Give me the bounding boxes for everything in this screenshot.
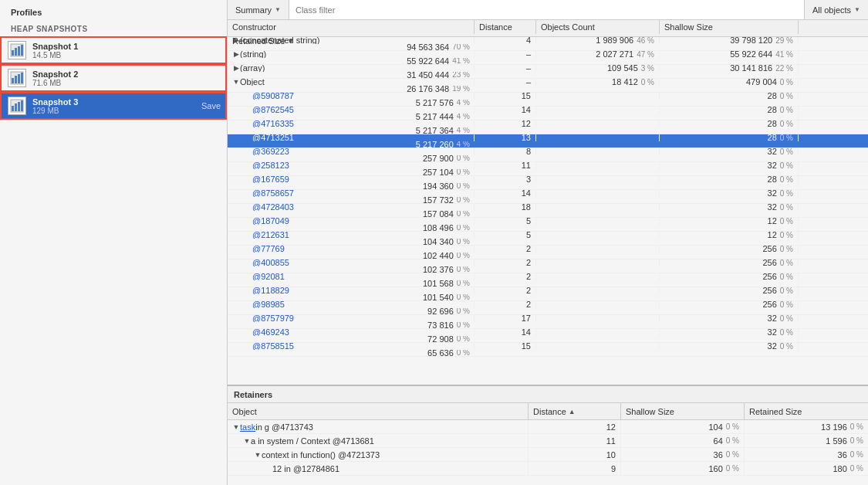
cell-objects-count <box>536 218 660 225</box>
ret-col-distance[interactable]: Distance ▲ <box>529 403 621 419</box>
cell-constructor: @469243 <box>228 329 475 336</box>
table-row[interactable]: @25812311320 %257 1040 % <box>228 162 868 176</box>
table-row[interactable]: @9208122560 %101 5680 % <box>228 273 868 287</box>
snapshot-info-2: Snapshot 271.6 MB <box>32 70 78 87</box>
constructor-name: @369223 <box>252 148 289 155</box>
ret-col-object[interactable]: Object <box>228 403 529 419</box>
expand-arrow[interactable]: ▶ <box>232 37 240 44</box>
table-row[interactable]: @875851515320 %65 6360 % <box>228 343 868 357</box>
all-objects-dropdown-arrow: ▼ <box>854 6 860 13</box>
cell-objects-count <box>536 190 660 197</box>
snapshot-item-2[interactable]: Snapshot 271.6 MB <box>0 64 227 92</box>
table-row[interactable]: @875865714320 %157 7320 % <box>228 190 868 204</box>
cell-shallow-size: 280 % <box>660 120 799 127</box>
svg-rect-2 <box>15 48 17 56</box>
retainers-body: ▼task in g @4713743121040 %13 1960 %▼a i… <box>228 420 868 485</box>
table-row[interactable]: @46924314320 %72 9080 % <box>228 329 868 343</box>
constructor-name: @4728403 <box>252 204 294 211</box>
ret-cell-shallow: 1040 % <box>621 420 745 433</box>
snapshot-item-1[interactable]: Snapshot 114.5 MB <box>0 36 227 64</box>
ret-col-shallow[interactable]: Shallow Size <box>621 403 745 419</box>
cell-distance: 13 <box>475 134 536 141</box>
cell-retained-size: 72 9080 % <box>228 336 475 343</box>
cell-distance: 12 <box>475 120 536 127</box>
cell-retained-size: 73 8160 % <box>228 322 475 329</box>
ret-col-retained[interactable]: Retained Size <box>745 403 868 419</box>
table-row[interactable]: @471633512280 %5 217 3644 % <box>228 120 868 134</box>
table-row[interactable]: @1676593280 %194 3600 % <box>228 176 868 190</box>
retainers-row[interactable]: ▼a in system / Context @471368111640 %1 … <box>228 434 868 448</box>
cell-retained-size: 108 4960 % <box>228 225 475 232</box>
cell-shallow-size: 280 % <box>660 107 799 114</box>
table-row[interactable]: @1870495120 %108 4960 % <box>228 218 868 232</box>
ret-cell-object: 12 in @12784861 <box>228 462 529 475</box>
cell-retained-size: 101 5400 % <box>228 294 475 301</box>
table-row[interactable]: @875797917320 %73 8160 % <box>228 315 868 329</box>
col-header-shallow-size[interactable]: Shallow Size <box>660 20 799 34</box>
cell-distance: 8 <box>475 148 536 155</box>
expand-arrow[interactable]: ▶ <box>232 65 240 72</box>
ret-expand-arrow[interactable]: ▼ <box>243 437 251 445</box>
class-filter-input[interactable] <box>289 0 805 19</box>
expand-arrow[interactable]: ▶ <box>232 51 240 58</box>
table-row[interactable]: @471325113280 %5 217 2604 % <box>228 134 868 148</box>
table-row[interactable]: @590878715280 %5 217 5764 % <box>228 93 868 107</box>
snapshot-item-3[interactable]: Snapshot 3129 MBSave <box>0 92 227 120</box>
table-row[interactable]: @3692238320 %257 9000 % <box>228 148 868 162</box>
cell-constructor: @77769 <box>228 246 475 253</box>
top-section: ▶(concatenated string)41 989 90646 %39 7… <box>228 37 868 385</box>
cell-shallow-size: 320 % <box>660 204 799 211</box>
retainers-row[interactable]: ▼context in function() @472137310360 %36… <box>228 448 868 462</box>
snapshot-icon-2 <box>8 69 26 87</box>
save-button[interactable]: Save <box>201 101 221 110</box>
cell-shallow-size: 320 % <box>660 162 799 169</box>
cell-distance: 4 <box>475 37 536 44</box>
cell-retained-size: 157 7320 % <box>228 197 475 204</box>
retainer-link[interactable]: task <box>240 422 255 432</box>
retainers-row[interactable]: 12 in @1278486191600 %1800 % <box>228 462 868 476</box>
table-row[interactable]: @876254514280 %5 217 4444 % <box>228 107 868 120</box>
table-row[interactable]: ▼Object–18 4120 %479 0040 %26 176 34819 … <box>228 79 868 93</box>
table-row[interactable]: @11882922560 %101 5400 % <box>228 287 868 301</box>
cell-objects-count: 18 4120 % <box>536 79 660 86</box>
cell-distance: 17 <box>475 315 536 322</box>
retainers-row[interactable]: ▼task in g @4713743121040 %13 1960 % <box>228 420 868 434</box>
cell-shallow-size: 320 % <box>660 343 799 350</box>
table-row[interactable]: ▶(string)–2 027 27147 %55 922 64441 %55 … <box>228 51 868 65</box>
constructor-name: Object <box>240 79 265 86</box>
svg-rect-6 <box>12 78 14 83</box>
cell-objects-count: 2 027 27147 % <box>536 51 660 58</box>
table-row[interactable]: ▶(concatenated string)41 989 90646 %39 7… <box>228 37 868 51</box>
cell-retained-size: 102 3760 % <box>228 266 475 273</box>
cell-constructor: ▶(string) <box>228 51 475 58</box>
expand-arrow[interactable]: ▼ <box>232 79 240 86</box>
cell-shallow-size: 55 922 64441 % <box>660 51 799 58</box>
cell-constructor: @5908787 <box>228 93 475 100</box>
table-row[interactable]: @40085522560 %102 3760 % <box>228 259 868 273</box>
table-header: Constructor Distance Objects Count Shall… <box>228 20 868 37</box>
toolbar: Summary ▼ All objects ▼ <box>228 0 868 20</box>
cell-objects-count <box>536 329 660 336</box>
ret-expand-arrow[interactable]: ▼ <box>254 451 262 459</box>
ret-expand-arrow[interactable]: ▼ <box>232 423 240 431</box>
table-row[interactable]: @9898522560 %92 6960 % <box>228 301 868 315</box>
all-objects-dropdown[interactable]: All objects ▼ <box>805 0 868 19</box>
col-header-distance[interactable]: Distance <box>475 20 536 34</box>
constructor-name: @4716335 <box>252 120 294 127</box>
col-header-objects-count[interactable]: Objects Count <box>536 20 660 34</box>
cell-distance: 5 <box>475 218 536 225</box>
snapshot-size-1: 14.5 MB <box>32 51 78 59</box>
cell-retained-size: 5 217 4444 % <box>228 114 475 120</box>
cell-constructor: @8758657 <box>228 190 475 197</box>
cell-retained-size: 257 1040 % <box>228 169 475 176</box>
col-header-constructor[interactable]: Constructor <box>228 20 475 34</box>
table-row[interactable]: @7776922560 %102 4400 % <box>228 246 868 259</box>
retainer-text: 12 in @12784861 <box>272 464 339 473</box>
cell-shallow-size: 30 141 81622 % <box>660 65 799 72</box>
table-row[interactable]: @2126315120 %104 3400 % <box>228 232 868 246</box>
table-row[interactable]: @472840318320 %157 0840 % <box>228 204 868 218</box>
svg-rect-1 <box>12 50 14 56</box>
summary-dropdown[interactable]: Summary ▼ <box>228 0 289 19</box>
cell-constructor: @4713251 <box>228 134 475 141</box>
table-row[interactable]: ▶(array)–109 5453 %30 141 81622 %31 450 … <box>228 65 868 79</box>
